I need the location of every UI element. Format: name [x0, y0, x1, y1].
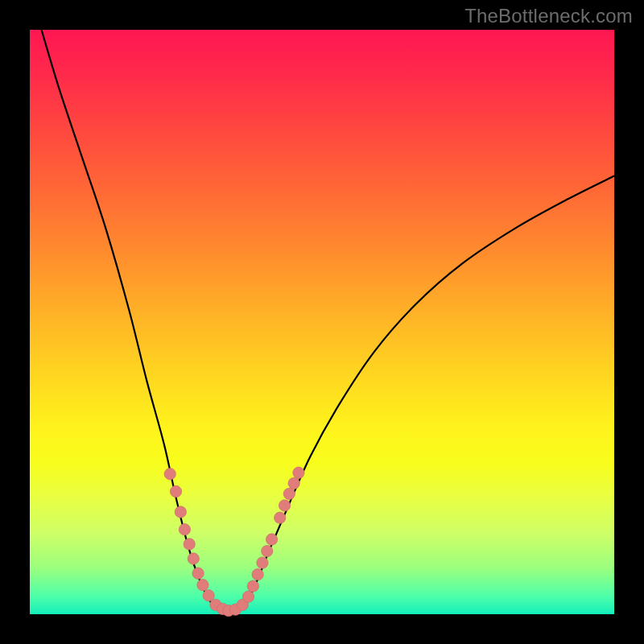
data-dot	[247, 580, 258, 592]
data-dot	[252, 568, 263, 580]
data-dot	[175, 506, 186, 518]
data-dot	[279, 500, 290, 511]
data-dot	[283, 488, 295, 499]
data-dot	[170, 485, 181, 497]
data-dot	[242, 591, 254, 602]
data-dots	[164, 467, 304, 617]
data-dot	[179, 524, 190, 535]
data-dot	[257, 557, 268, 568]
data-dot	[288, 477, 299, 489]
bottleneck-curve	[42, 30, 614, 613]
data-dot	[262, 545, 273, 556]
chart-frame: TheBottleneck.com	[0, 0, 644, 644]
data-dot	[197, 580, 208, 591]
data-dot	[188, 553, 199, 564]
chart-overlay	[30, 30, 614, 614]
data-dot	[164, 469, 175, 480]
data-dot	[266, 534, 277, 545]
data-dot	[184, 539, 195, 550]
watermark-text: TheBottleneck.com	[464, 5, 633, 27]
data-dot	[293, 467, 304, 478]
data-dot	[203, 590, 214, 601]
data-dot	[275, 512, 286, 523]
data-dot	[192, 568, 204, 579]
